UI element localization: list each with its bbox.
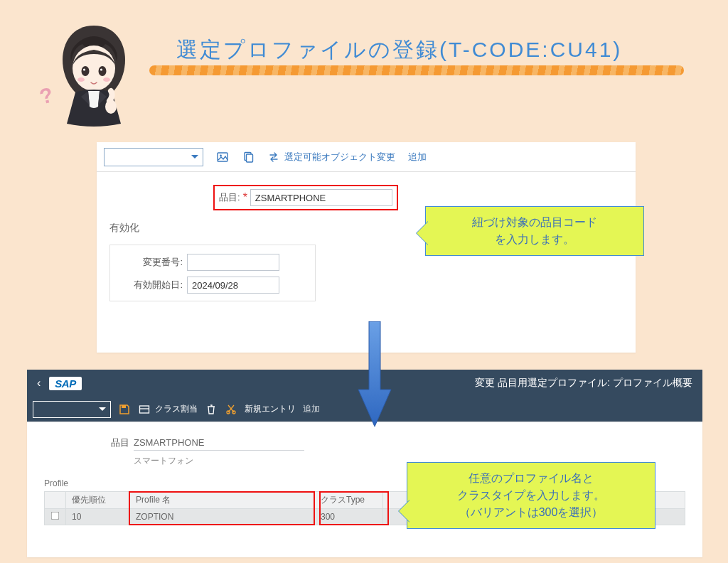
material-label: 品目 [44, 436, 129, 449]
callout-line: を入力します。 [439, 231, 631, 248]
toolbar-label: 選定可能オブジェクト変更 [284, 151, 395, 163]
sap-logo: SAP [49, 377, 81, 390]
copy-icon[interactable] [242, 151, 255, 163]
callout-material-code: 紐づけ対象の品目コード を入力します。 [425, 206, 644, 256]
row-checkbox[interactable] [51, 512, 60, 520]
cell-class-type[interactable]: 300 [315, 509, 383, 525]
cell-priority[interactable]: 10 [66, 509, 130, 525]
svg-point-9 [220, 154, 222, 156]
col-profile-name: Profile 名 [130, 492, 315, 509]
chevron-down-icon [99, 407, 106, 414]
toolbar-label: 追加 [303, 403, 320, 415]
cut-icon[interactable] [225, 403, 237, 416]
valid-from-label: 有効開始日: [120, 279, 183, 291]
title-underline [149, 65, 684, 75]
change-selectable-objects-button[interactable]: 選定可能オブジェクト変更 [267, 151, 395, 163]
add-button[interactable]: 追加 [303, 403, 320, 415]
callout-profile-classtype: 任意のプロファイル名と クラスタイプを入力します。 （バリアントは300を選択） [407, 462, 655, 529]
svg-rect-12 [122, 405, 126, 408]
image-icon[interactable] [216, 151, 229, 163]
page-title: 選定プロファイルの登録(T-CODE:CU41) [176, 36, 622, 65]
toolbar-label: クラス割当 [155, 403, 198, 415]
back-button[interactable]: ‹ [37, 377, 41, 390]
callout-line: 任意のプロファイル名と [420, 470, 642, 487]
toolbar-combo[interactable] [33, 401, 111, 418]
material-label: 品目: [219, 191, 240, 204]
toolbar-label: 追加 [408, 151, 427, 163]
material-value [134, 435, 304, 451]
svg-point-4 [100, 68, 102, 70]
svg-point-3 [83, 68, 85, 70]
change-no-input[interactable] [187, 254, 279, 271]
toolbar: 選定可能オブジェクト変更 追加 [97, 142, 636, 172]
flow-arrow-down-icon [357, 321, 392, 428]
avatar-illustration [44, 13, 144, 127]
cell-profile-name[interactable]: ZOPTION [130, 509, 315, 525]
svg-rect-13 [140, 406, 149, 413]
col-checkbox [45, 492, 66, 509]
toolbar-combo[interactable] [104, 148, 203, 166]
svg-point-5 [77, 77, 85, 82]
required-mark: * [243, 191, 247, 204]
change-no-label: 変更番号: [120, 256, 183, 269]
toolbar-label: 新規エントリ [245, 403, 296, 415]
swap-icon [267, 151, 280, 163]
valid-from-input[interactable] [187, 277, 279, 294]
svg-rect-11 [247, 154, 253, 162]
save-icon[interactable] [118, 403, 131, 416]
material-input[interactable] [250, 189, 392, 206]
svg-point-1 [82, 66, 90, 76]
callout-line: クラスタイプを入力します。 [420, 487, 642, 504]
material-description: スマートフォン [134, 455, 193, 467]
activation-group: 変更番号: 有効開始日: [109, 245, 316, 301]
callout-line: 紐づけ対象の品目コード [439, 214, 631, 231]
class-assign-button[interactable]: クラス割当 [138, 403, 198, 416]
add-button[interactable]: 追加 [408, 151, 431, 163]
callout-line: （バリアントは300を選択） [420, 504, 642, 521]
col-priority: 優先順位 [66, 492, 130, 509]
svg-point-6 [103, 77, 110, 82]
screen-title: 変更 品目用選定プロファイル: プロファイル概要 [475, 377, 692, 390]
material-field-group: 品目: * [213, 185, 398, 210]
delete-icon[interactable] [205, 403, 218, 416]
new-entry-button[interactable]: 新規エントリ [245, 403, 296, 415]
col-class-type: クラスType [315, 492, 383, 509]
class-icon [138, 403, 151, 416]
chevron-down-icon [191, 155, 198, 162]
svg-point-2 [99, 66, 107, 76]
